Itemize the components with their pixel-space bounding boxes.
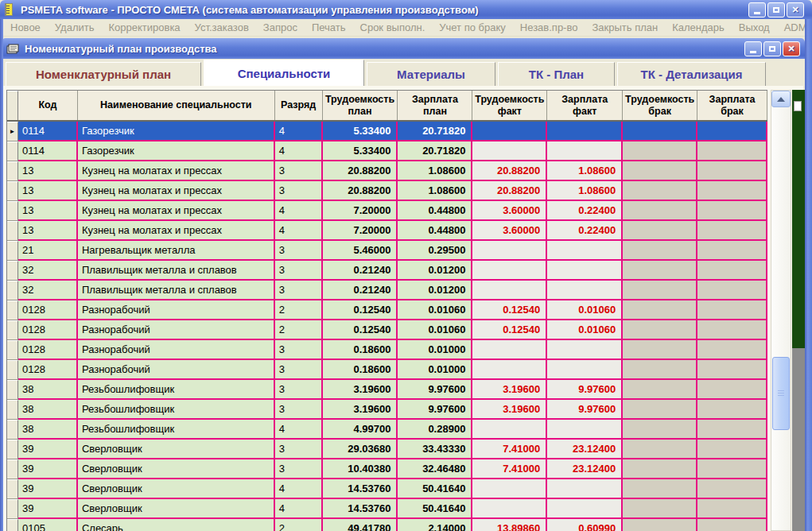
table-row[interactable]: 0128Разнорабочий30.186000.01000	[7, 340, 767, 360]
cell-labor_plan: 0.18600	[323, 360, 398, 380]
row-selector[interactable]	[7, 340, 18, 360]
row-selector[interactable]	[7, 420, 18, 440]
column-header-salary_plan[interactable]: Зарплата план	[398, 91, 472, 120]
row-selector[interactable]	[7, 519, 18, 531]
table-row[interactable]: ►0114Газорезчик45.3340020.71820	[7, 122, 767, 141]
row-selector[interactable]	[7, 380, 18, 400]
maximize-button[interactable]	[767, 2, 785, 17]
menu-item-0[interactable]: Новое	[3, 21, 48, 33]
cell-salary_plan: 50.41640	[398, 479, 472, 499]
table-row[interactable]: 13Кузнец на молатах и прессах320.882001.…	[7, 181, 767, 201]
table-row[interactable]: 21Нагревальщик металла35.460000.29500	[7, 241, 767, 261]
column-header-labor_brak[interactable]: Трудоемкость брак	[623, 91, 697, 120]
menu-item-11[interactable]: Выход	[732, 21, 777, 33]
column-header-labor_fact[interactable]: Трудоемкость факт	[472, 91, 547, 120]
row-selector[interactable]	[7, 201, 18, 221]
table-row[interactable]: 39Сверловщик414.5376050.41640	[7, 499, 767, 519]
cell-salary_plan: 1.08600	[398, 161, 472, 181]
row-selector[interactable]	[7, 181, 18, 201]
tab-1[interactable]: Специальности	[204, 60, 364, 86]
table-row[interactable]: 39Сверловщик329.0368033.433307.4100023.1…	[7, 440, 767, 459]
table-row[interactable]: 39Сверловщик310.4038032.464807.4100023.1…	[7, 459, 767, 479]
vertical-scrollbar[interactable]	[771, 90, 791, 531]
cell-salary_plan: 0.01060	[398, 320, 472, 340]
table-row[interactable]: 32Плавильщик металла и сплавов30.212400.…	[7, 281, 767, 300]
row-selector[interactable]	[7, 479, 18, 499]
row-selector[interactable]	[7, 281, 18, 300]
cell-name: Газорезчик	[78, 141, 275, 161]
menu-item-9[interactable]: Закрыть план	[585, 21, 665, 33]
tab-2[interactable]: Материалы	[367, 62, 495, 86]
tab-4[interactable]: ТК - Детализация	[617, 62, 766, 86]
current-row-marker-icon[interactable]: ►	[7, 122, 18, 141]
row-selector[interactable]	[7, 499, 18, 519]
row-selector[interactable]	[7, 400, 18, 420]
row-selector[interactable]	[7, 261, 18, 281]
cell-salary_plan: 0.01000	[398, 340, 472, 360]
cell-labor_fact: 0.12540	[472, 320, 547, 340]
table-row[interactable]: 0114Газорезчик45.3340020.71820	[7, 141, 767, 161]
inner-close-button[interactable]: ✕	[783, 41, 800, 56]
row-selector[interactable]	[7, 360, 18, 380]
row-selector[interactable]	[7, 141, 18, 161]
column-header-salary_brak[interactable]: Зарплата брак	[697, 91, 767, 120]
row-selector[interactable]	[7, 300, 18, 320]
menu-item-5[interactable]: Печать	[305, 21, 353, 33]
menu-item-2[interactable]: Корректировка	[101, 21, 187, 33]
row-selector[interactable]	[7, 459, 18, 479]
cell-grade: 3	[275, 380, 323, 400]
menu-item-4[interactable]: Запрос	[256, 21, 305, 33]
scrollbar-thumb[interactable]	[772, 357, 790, 430]
row-selector[interactable]	[7, 161, 18, 181]
menu-item-6[interactable]: Срок выполн.	[353, 21, 433, 33]
scroll-up-button[interactable]	[771, 91, 791, 107]
table-row[interactable]: 0128Разнорабочий20.125400.010600.125400.…	[7, 300, 767, 320]
cell-labor_brak	[623, 241, 697, 261]
cell-grade: 4	[275, 221, 323, 241]
table-row[interactable]: 13Кузнец на молатах и прессах47.200000.4…	[7, 221, 767, 241]
cell-salary_brak	[697, 261, 767, 281]
tab-3[interactable]: ТК - План	[498, 62, 615, 86]
column-header-salary_fact[interactable]: Зарплата факт	[547, 91, 623, 120]
row-selector[interactable]	[7, 440, 18, 459]
cell-salary_plan: 0.28900	[398, 420, 472, 440]
table-row[interactable]: 0105Слесарь249.417802.1400013.898600.609…	[7, 519, 767, 531]
cell-salary_fact: 9.97600	[547, 400, 623, 420]
menu-item-10[interactable]: Календарь	[665, 21, 732, 33]
cell-code: 13	[18, 181, 78, 201]
table-row[interactable]: 38Резьбошлифовщик44.997000.28900	[7, 420, 767, 440]
table-row[interactable]: 13Кузнец на молатах и прессах320.882001.…	[7, 161, 767, 181]
window-border-right	[805, 19, 812, 531]
menu-item-8[interactable]: Незав.пр-во	[513, 21, 585, 33]
cell-salary_fact	[547, 281, 623, 300]
close-button[interactable]: ✕	[787, 2, 804, 17]
cell-labor_plan: 14.53760	[323, 499, 398, 519]
table-row[interactable]: 38Резьбошлифовщик33.196009.976003.196009…	[7, 380, 767, 400]
cell-code: 38	[18, 380, 78, 400]
column-header-name[interactable]: Наименование специальности	[78, 91, 275, 120]
table-row[interactable]: 32Плавильщик металла и сплавов30.212400.…	[7, 261, 767, 281]
inner-maximize-button[interactable]	[763, 41, 781, 56]
table-row[interactable]: 13Кузнец на молатах и прессах47.200000.4…	[7, 201, 767, 221]
table-row[interactable]: 38Резьбошлифовщик33.196009.976003.196009…	[7, 400, 767, 420]
column-header-grade[interactable]: Разряд	[275, 91, 323, 120]
cell-grade: 3	[275, 161, 323, 181]
menu-item-3[interactable]: Уст.заказов	[188, 21, 256, 33]
cell-code: 0128	[18, 360, 78, 380]
cell-labor_fact	[472, 340, 547, 360]
table-row[interactable]: 39Сверловщик414.5376050.41640	[7, 479, 767, 499]
cell-name: Сверловщик	[78, 459, 275, 479]
column-header-code[interactable]: Код	[18, 91, 78, 120]
table-row[interactable]: 0128Разнорабочий20.125400.010600.125400.…	[7, 320, 767, 340]
menu-item-7[interactable]: Учет по браку	[432, 21, 513, 33]
row-selector[interactable]	[7, 320, 18, 340]
tab-0[interactable]: Номенклатурный план	[6, 62, 201, 86]
row-selector[interactable]	[7, 241, 18, 261]
menu-item-1[interactable]: Удалить	[48, 21, 102, 33]
minimize-button[interactable]	[748, 2, 766, 17]
column-header-labor_plan[interactable]: Трудоемкость план	[323, 91, 398, 120]
cell-grade: 2	[275, 300, 323, 320]
table-row[interactable]: 0128Разнорабочий30.186000.01000	[7, 360, 767, 380]
row-selector[interactable]	[7, 221, 18, 241]
inner-minimize-button[interactable]	[744, 41, 762, 56]
